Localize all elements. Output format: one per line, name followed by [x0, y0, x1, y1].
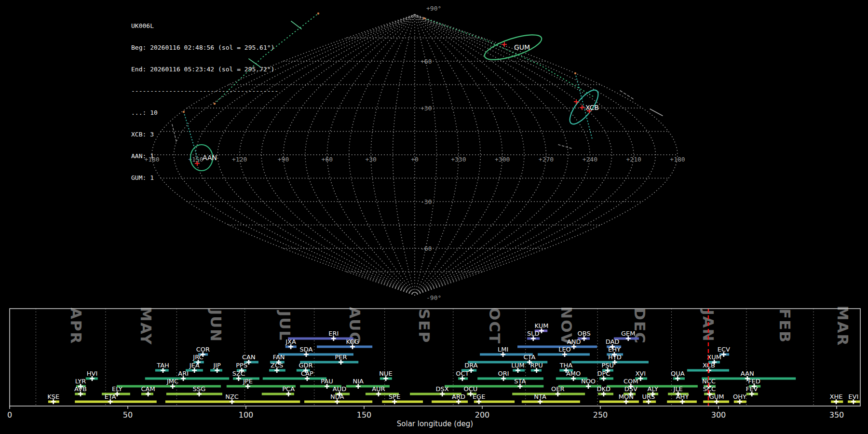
shower-bar	[166, 393, 222, 395]
meteor-trail-endpoint	[574, 72, 576, 74]
count-gum: GUM: 1	[131, 174, 278, 181]
shower-code-label: GDR	[298, 362, 312, 369]
shower-kse: KSE	[47, 393, 59, 404]
shower-code-label: LMI	[498, 346, 508, 353]
meteor-trail	[620, 91, 635, 100]
shower-code-label: JEA	[189, 362, 200, 369]
map-longitude-label: +330	[451, 156, 466, 163]
shower-code-label: KUM	[535, 322, 549, 329]
shower-urs: URS	[642, 393, 656, 404]
shower-code-label: SPE	[389, 393, 400, 400]
station-code: UK006L	[131, 22, 278, 29]
shower-code-label: NOO	[581, 378, 596, 385]
shower-code-label: EHY	[608, 346, 621, 353]
shower-code-label: TAH	[156, 362, 169, 369]
map-longitude-label: +60	[322, 156, 333, 163]
shower-code-label: ARI	[178, 370, 189, 377]
shower-code-label: AMO	[566, 370, 581, 377]
meteor-trail	[650, 109, 663, 116]
shower-bar	[445, 385, 543, 388]
month-label-may: MAY	[137, 307, 155, 345]
shower-nue: NUE	[379, 370, 392, 381]
shower-code-label: SCC	[703, 385, 716, 393]
shower-code-label: ARD	[452, 393, 465, 400]
shower-bar	[477, 378, 543, 380]
shower-code-label: CAM	[141, 385, 155, 393]
shower-code-label: ECV	[718, 346, 730, 353]
shower-bar	[263, 378, 326, 380]
shower-code-label: OCU	[464, 385, 478, 393]
shower-code-label: SSG	[193, 385, 206, 393]
map-longitude-label: +0	[411, 156, 419, 163]
month-label-apr: APR	[68, 308, 85, 345]
shower-code-label: JRC	[192, 353, 203, 361]
shower-code-label: CAP	[301, 370, 313, 377]
shower-code-label: ALY	[648, 385, 658, 393]
shower-qua: QUA	[671, 370, 685, 381]
shower-code-label: EGE	[473, 393, 486, 400]
shower-code-label: DKD	[597, 385, 611, 393]
shower-code-label: DSV	[624, 385, 637, 393]
shower-bar	[522, 401, 580, 403]
shower-bar	[558, 385, 601, 388]
shower-code-label: ELY	[112, 385, 122, 393]
shower-code-label: LYR	[75, 378, 86, 385]
shower-bar	[382, 401, 423, 403]
shower-code-label: HVI	[87, 370, 98, 377]
radiant-label-gum: GUM	[514, 43, 530, 51]
shower-cam: CAM	[141, 385, 155, 396]
shower-code-label: ZCS	[271, 362, 283, 369]
shower-code-label: AUD	[333, 385, 346, 393]
shower-code-label: JXA	[285, 338, 296, 345]
shower-code-label: NZC	[225, 393, 239, 400]
shower-code-label: FED	[748, 378, 760, 385]
shower-code-label: SZC	[232, 370, 245, 377]
chart-border	[10, 309, 860, 406]
x-tick-label: 50	[123, 410, 133, 420]
shower-zcs: ZCS	[269, 362, 285, 373]
shower-code-label: JPE	[243, 378, 253, 385]
shower-ohy: OHY	[733, 393, 746, 404]
meteor-radiant-cross	[580, 105, 584, 110]
map-latitude-label: -30	[420, 198, 432, 205]
map-latitude-label: -90°	[426, 294, 441, 301]
shower-activity-chart: APRMAYJUNJULAUGSEPOCTNOVDECJANFEBMARKUME…	[7, 306, 860, 428]
shower-code-label: NTA	[534, 393, 546, 400]
shower-bar	[517, 346, 597, 348]
shower-ege: EGE	[473, 393, 515, 404]
shower-oct: OCT	[456, 370, 469, 381]
shower-code-label: DAD	[606, 338, 620, 345]
count-xcb: XCB: 3	[131, 131, 278, 138]
radiant-label-xcb: XCB	[585, 104, 599, 111]
shower-code-label: XHE	[830, 393, 843, 400]
meteor-trail	[291, 21, 301, 29]
shower-code-label: XUM	[707, 353, 721, 361]
observation-info-block: UK006L Beg: 20260116 02:48:56 (sol = 295…	[131, 8, 278, 196]
shower-hvi: HVI	[86, 370, 98, 381]
shower-code-label: CAN	[242, 353, 256, 361]
shower-code-label: ERI	[328, 330, 339, 337]
shower-code-label: JIP	[213, 362, 221, 369]
map-latitude-label: +60	[420, 58, 432, 65]
shower-bar	[432, 401, 468, 403]
shower-bar	[145, 378, 229, 380]
shower-code-label: SDA	[299, 346, 312, 353]
shower-bar	[75, 401, 157, 403]
map-latitude-label: +90°	[426, 5, 441, 12]
shower-code-label: MON	[619, 393, 634, 400]
shower-code-label: AVB	[74, 385, 87, 393]
month-label-jun: JUN	[207, 309, 225, 343]
shower-code-label: DPC	[597, 370, 610, 377]
shower-code-label: LEO	[558, 346, 571, 353]
month-label-feb: FEB	[776, 309, 794, 343]
x-tick-label: 350	[829, 410, 844, 420]
x-tick-label: 200	[475, 410, 490, 420]
shower-lum: LUM	[511, 362, 525, 373]
shower-code-label: FEV	[746, 385, 758, 393]
shower-code-label: ORI	[498, 370, 509, 377]
x-tick-label: 300	[711, 410, 726, 420]
shower-code-label: PER	[335, 353, 347, 361]
shower-code-label: SLD	[527, 330, 540, 337]
shower-code-label: ETA	[105, 393, 116, 400]
shower-code-label: AAN	[741, 370, 754, 377]
